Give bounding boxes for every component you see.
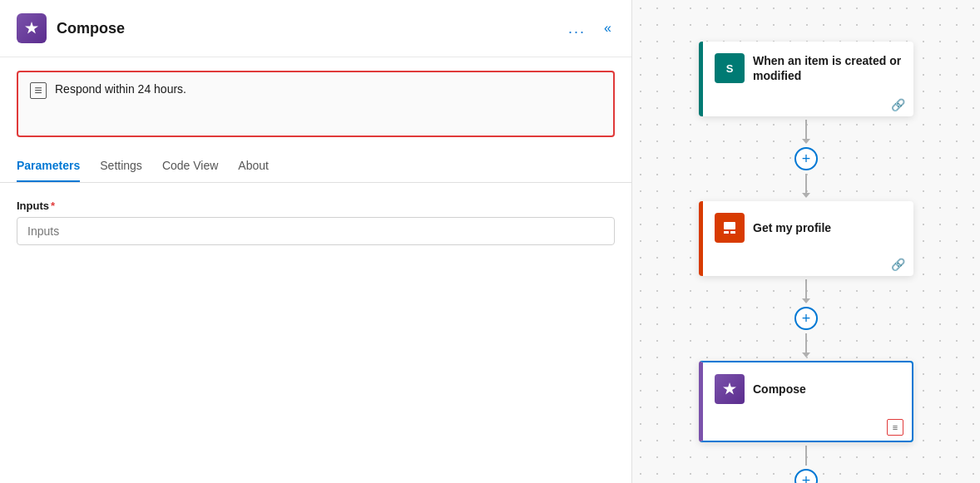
add-step-button-2[interactable]: + (794, 307, 818, 330)
svg-rect-3 (730, 231, 735, 234)
left-panel: Compose ... « ≡ Respond within 24 hours.… (0, 0, 632, 483)
add-step-button-1[interactable]: + (794, 147, 818, 170)
header-actions: ... « (563, 18, 615, 39)
inputs-label: Inputs* (17, 200, 615, 212)
connector-line-1 (805, 120, 807, 140)
get-profile-node-title: Get my profile (753, 220, 831, 235)
connector-3: + (794, 446, 818, 483)
get-profile-node[interactable]: Get my profile 🔗 (699, 201, 913, 276)
page-title: Compose (57, 20, 553, 37)
more-options-button[interactable]: ... (563, 18, 591, 39)
connector-arrow-1b (802, 193, 810, 198)
connector-arrow-1 (802, 139, 810, 144)
panel-header: Compose ... « (0, 0, 631, 57)
flow-canvas: S When an item is created or modified 🔗 … (632, 0, 980, 483)
note-area: ≡ Respond within 24 hours. (17, 71, 615, 137)
tab-parameters[interactable]: Parameters (17, 150, 80, 182)
trigger-node-header: S When an item is created or modified (703, 42, 913, 95)
connector-line-2 (805, 279, 807, 299)
required-indicator: * (51, 200, 55, 212)
connector-2: + (794, 279, 818, 357)
form-area: Inputs* (0, 183, 631, 483)
get-profile-node-header: Get my profile (703, 201, 913, 254)
inputs-field[interactable] (17, 217, 615, 245)
connector-line-2b (805, 333, 807, 353)
trigger-link-icon: 🔗 (891, 98, 905, 111)
connector-arrow-2 (802, 298, 810, 303)
tab-settings[interactable]: Settings (100, 150, 142, 182)
svg-rect-1 (724, 222, 735, 229)
collapse-button[interactable]: « (601, 19, 615, 37)
compose-node-footer: ≡ (703, 416, 912, 441)
add-step-button-3[interactable]: + (794, 469, 818, 483)
trigger-node-title: When an item is created or modified (753, 53, 902, 83)
connector-line-3 (805, 446, 807, 466)
tabs-bar: Parameters Settings Code View About (0, 150, 631, 183)
note-icon-symbol: ≡ (34, 83, 42, 98)
trigger-node-icon: S (715, 53, 745, 83)
get-profile-node-icon (715, 213, 745, 243)
compose-node-icon (715, 374, 745, 404)
compose-svg-icon (23, 20, 40, 37)
compose-node[interactable]: Compose ≡ (699, 361, 913, 442)
get-profile-link-icon: 🔗 (891, 258, 905, 271)
connector-arrow-2b (802, 352, 810, 357)
tab-about[interactable]: About (238, 150, 269, 182)
trigger-node-footer: 🔗 (703, 95, 913, 116)
trigger-node[interactable]: S When an item is created or modified 🔗 (699, 42, 913, 116)
compose-node-header: Compose (703, 362, 912, 416)
note-icon: ≡ (30, 82, 47, 99)
connector-line-1b (805, 174, 807, 194)
tab-code-view[interactable]: Code View (162, 150, 218, 182)
compose-note-badge[interactable]: ≡ (887, 419, 903, 436)
connector-1: + (794, 120, 818, 198)
compose-node-title: Compose (753, 382, 806, 397)
get-profile-node-footer: 🔗 (703, 254, 913, 276)
compose-note-icon: ≡ (893, 422, 898, 432)
note-text: Respond within 24 hours. (55, 81, 186, 98)
flow-container: S When an item is created or modified 🔗 … (699, 42, 913, 483)
compose-header-icon (17, 13, 47, 43)
svg-rect-2 (724, 231, 729, 234)
